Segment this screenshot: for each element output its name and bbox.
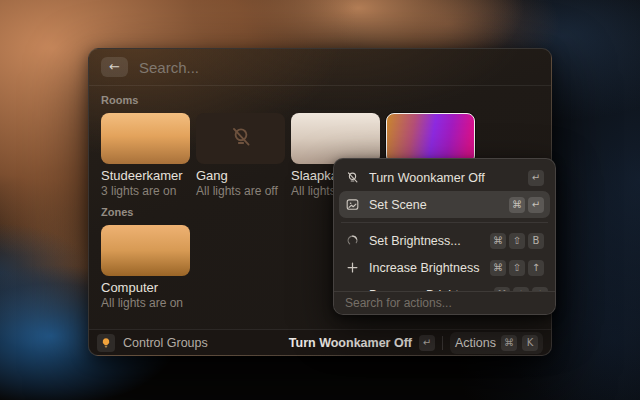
room-status: All lights are off bbox=[196, 185, 285, 198]
zone-status: All lights are on bbox=[101, 297, 190, 310]
back-button[interactable]: ← bbox=[101, 57, 128, 77]
shift-key-badge: ⇧ bbox=[509, 260, 525, 276]
primary-action-label[interactable]: Turn Woonkamer Off bbox=[289, 336, 412, 350]
enter-key-badge: ↵ bbox=[419, 335, 435, 351]
room-card-gang[interactable]: Gang All lights are off bbox=[196, 113, 285, 198]
enter-key-badge: ↵ bbox=[528, 197, 544, 213]
room-color-preview bbox=[101, 113, 190, 164]
menu-item-set-scene[interactable]: Set Scene ⌘ ↵ bbox=[339, 191, 550, 218]
cmd-key-badge: ⌘ bbox=[490, 260, 506, 276]
search-bar: ← Search... bbox=[89, 49, 551, 86]
actions-search-input[interactable]: Search for actions... bbox=[345, 296, 452, 310]
footer-actions-area: Turn Woonkamer Off ↵ Actions ⌘ K bbox=[289, 332, 543, 354]
menu-item-decrease-brightness[interactable]: Decrease Brightness ⌘ ⇧ ↓ bbox=[339, 281, 550, 291]
k-key-badge: K bbox=[522, 335, 538, 351]
menu-item-label: Turn Woonkamer Off bbox=[369, 171, 519, 185]
menu-item-turn-woonkamer-off[interactable]: Turn Woonkamer Off ↵ bbox=[339, 164, 550, 191]
menu-item-label: Set Scene bbox=[369, 198, 500, 212]
cmd-key-badge: ⌘ bbox=[501, 335, 517, 351]
room-color-preview bbox=[291, 113, 380, 164]
desktop-wallpaper: ← Search... Rooms Studeerkamer 3 lights … bbox=[0, 0, 640, 400]
footer-divider bbox=[442, 336, 443, 350]
menu-item-label: Increase Brightness bbox=[369, 261, 481, 275]
search-input[interactable]: Search... bbox=[139, 59, 539, 76]
plus-icon bbox=[345, 260, 360, 275]
status-bar: Control Groups Turn Woonkamer Off ↵ Acti… bbox=[89, 329, 551, 355]
enter-key-badge: ↵ bbox=[528, 170, 544, 186]
room-card-studeerkamer[interactable]: Studeerkamer 3 lights are on bbox=[101, 113, 190, 198]
b-key-badge: B bbox=[528, 233, 544, 249]
actions-menu-list: Turn Woonkamer Off ↵ Set Scene ⌘ ↵ bbox=[334, 159, 555, 291]
actions-search-bar[interactable]: Search for actions... bbox=[334, 291, 555, 314]
light-off-icon bbox=[345, 170, 360, 185]
actions-button[interactable]: Actions ⌘ K bbox=[450, 332, 543, 354]
brightness-circle-icon bbox=[345, 233, 360, 248]
shift-key-badge: ⇧ bbox=[509, 233, 525, 249]
actions-button-label: Actions bbox=[455, 336, 496, 350]
section-header-rooms: Rooms bbox=[101, 94, 539, 106]
light-off-icon bbox=[228, 124, 254, 154]
zone-card-computer[interactable]: Computer All lights are on bbox=[101, 225, 190, 310]
menu-item-increase-brightness[interactable]: Increase Brightness ⌘ ⇧ ↑ bbox=[339, 254, 550, 281]
room-name: Studeerkamer bbox=[101, 169, 190, 183]
cmd-key-badge: ⌘ bbox=[490, 233, 506, 249]
actions-menu: Turn Woonkamer Off ↵ Set Scene ⌘ ↵ bbox=[333, 158, 556, 315]
lightbulb-icon bbox=[97, 334, 115, 352]
menu-divider bbox=[341, 222, 548, 223]
scene-icon bbox=[345, 197, 360, 212]
zone-color-preview bbox=[101, 225, 190, 276]
zone-name: Computer bbox=[101, 281, 190, 295]
footer-app-name: Control Groups bbox=[123, 336, 208, 350]
cmd-key-badge: ⌘ bbox=[509, 197, 525, 213]
menu-item-label: Set Brightness... bbox=[369, 234, 481, 248]
footer-app: Control Groups bbox=[97, 334, 208, 352]
room-name: Gang bbox=[196, 169, 285, 183]
room-status: 3 lights are on bbox=[101, 185, 190, 198]
room-color-preview bbox=[196, 113, 285, 164]
arrow-left-icon: ← bbox=[109, 59, 120, 74]
room-color-preview bbox=[386, 113, 475, 164]
menu-item-set-brightness[interactable]: Set Brightness... ⌘ ⇧ B bbox=[339, 227, 550, 254]
arrow-up-key-badge: ↑ bbox=[528, 260, 544, 276]
